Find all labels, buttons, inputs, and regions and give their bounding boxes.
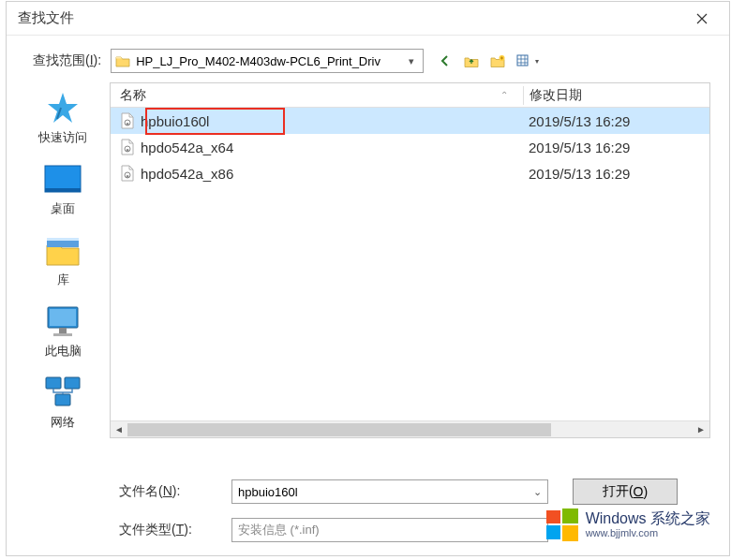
back-button[interactable] (437, 52, 454, 69)
svg-rect-12 (55, 394, 70, 405)
inf-file-icon (120, 165, 135, 182)
libraries-icon (42, 232, 83, 270)
up-one-level-button[interactable] (463, 52, 480, 69)
file-list-header: 名称 ⌃ 修改日期 (111, 83, 709, 108)
inf-file-icon (120, 139, 135, 155)
svg-rect-7 (50, 309, 76, 326)
file-name: hpdo542a_x86 (141, 166, 233, 182)
horizontal-scrollbar[interactable]: ◄ ► (111, 420, 709, 437)
svg-rect-1 (517, 55, 528, 66)
look-in-row: 查找范围(I): HP_LJ_Pro_M402-M403dw-PCL6_Prin… (7, 36, 729, 82)
inf-file-icon (120, 112, 135, 129)
file-row[interactable]: hpdo542a_x86 2019/5/13 16:29 (111, 160, 709, 186)
scroll-left-button[interactable]: ◄ (111, 421, 127, 438)
svg-rect-11 (65, 377, 80, 389)
file-list[interactable]: hpbuio160l 2019/5/13 16:29 hpdo542a_x64 … (111, 108, 709, 420)
place-libraries[interactable]: 库 (21, 232, 105, 288)
file-name: hpbuio160l (141, 113, 209, 129)
filetype-label: 文件类型(T): (119, 522, 231, 538)
places-bar: 快速访问 桌面 库 此电脑 (16, 82, 110, 465)
titlebar: 查找文件 (7, 2, 729, 36)
file-row[interactable]: hpdo542a_x64 2019/5/13 16:29 (111, 134, 709, 160)
filename-input[interactable]: hpbuio160l ⌄ (231, 479, 548, 504)
file-name: hpdo542a_x64 (141, 140, 233, 155)
file-date: 2019/5/13 16:29 (523, 140, 709, 155)
svg-rect-10 (46, 377, 61, 389)
main-area: 快速访问 桌面 库 此电脑 (7, 82, 729, 465)
new-folder-icon (490, 54, 505, 67)
file-date: 2019/5/13 16:29 (523, 166, 709, 182)
scroll-right-button[interactable]: ► (693, 421, 709, 438)
file-row[interactable]: hpbuio160l 2019/5/13 16:29 (111, 108, 709, 134)
back-arrow-icon (438, 53, 453, 68)
file-list-panel: 名称 ⌃ 修改日期 hpbuio160l 2019/5/13 16:29 hpd… (110, 82, 710, 438)
file-date: 2019/5/13 16:29 (523, 113, 709, 129)
window-title: 查找文件 (18, 9, 684, 27)
place-quick-access[interactable]: 快速访问 (21, 90, 105, 146)
place-network[interactable]: 网络 (21, 375, 105, 431)
svg-rect-9 (53, 333, 72, 336)
view-grid-icon (516, 54, 531, 67)
bottom-form: 文件名(N): hpbuio160l ⌄ 打开(O) 文件类型(T): 安装信息… (7, 465, 729, 555)
folder-up-icon (464, 54, 479, 67)
sort-indicator-icon: ⌃ (485, 90, 523, 100)
column-header-date[interactable]: 修改日期 (524, 87, 709, 104)
filetype-combo[interactable]: 安装信息 (*.inf) (231, 518, 548, 542)
this-pc-icon (42, 303, 83, 341)
chevron-down-icon: ⌄ (533, 486, 542, 498)
place-this-pc[interactable]: 此电脑 (21, 303, 105, 360)
look-in-combo[interactable]: HP_LJ_Pro_M402-M403dw-PCL6_Print_Driv ▾ (111, 49, 424, 73)
new-folder-button[interactable] (489, 52, 506, 69)
look-in-toolbar: ▾ (437, 52, 532, 69)
scroll-track[interactable] (127, 421, 693, 438)
network-icon (42, 375, 83, 412)
folder-icon (115, 54, 130, 67)
desktop-icon (42, 161, 83, 199)
chevron-down-icon: ▾ (535, 57, 539, 66)
open-button[interactable]: 打开(O) (573, 479, 678, 505)
chevron-down-icon: ▾ (404, 55, 419, 67)
look-in-folder-name: HP_LJ_Pro_M402-M403dw-PCL6_Print_Driv (136, 54, 404, 68)
svg-rect-2 (45, 166, 81, 192)
quick-access-icon (42, 90, 83, 127)
find-file-dialog: 查找文件 查找范围(I): HP_LJ_Pro_M402-M403dw-PCL6… (6, 1, 730, 556)
close-icon (696, 13, 708, 24)
close-button[interactable] (684, 6, 720, 32)
view-menu-button[interactable]: ▾ (515, 52, 532, 69)
svg-rect-8 (59, 328, 67, 333)
look-in-label: 查找范围(I): (33, 52, 101, 69)
scroll-thumb[interactable] (127, 423, 551, 436)
filename-label: 文件名(N): (119, 483, 231, 500)
column-header-name[interactable]: 名称 (111, 87, 485, 104)
svg-rect-4 (47, 240, 79, 247)
svg-rect-3 (45, 188, 81, 192)
svg-rect-5 (47, 238, 79, 241)
place-desktop[interactable]: 桌面 (21, 161, 105, 217)
